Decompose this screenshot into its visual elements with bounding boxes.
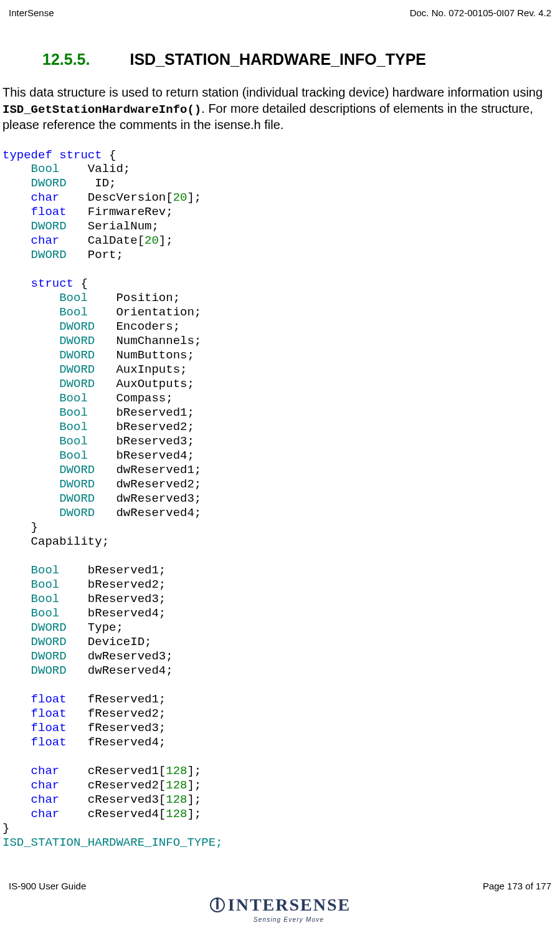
heading-title: ISD_STATION_HARDWARE_INFO_TYPE xyxy=(130,50,426,68)
intro-function-name: ISD_GetStationHardwareInfo() xyxy=(2,103,201,117)
member: DescVersion[ xyxy=(59,191,173,204)
type: Bool xyxy=(59,305,88,319)
member: ]; xyxy=(187,793,201,806)
brace: { xyxy=(102,148,116,162)
member: bReserved1; xyxy=(59,563,166,577)
member: bReserved4; xyxy=(59,606,166,620)
type: char xyxy=(31,191,60,204)
member: ]; xyxy=(187,778,201,792)
logo-text: INTERSENSE xyxy=(228,895,351,914)
num: 20 xyxy=(145,234,159,247)
type: DWORD xyxy=(31,635,67,649)
num: 20 xyxy=(173,191,187,204)
code-block: typedef struct { Bool Valid; DWORD ID; c… xyxy=(0,148,560,850)
type: Bool xyxy=(59,406,88,419)
logo: INTERSENSE Sensing Every Move xyxy=(0,895,560,923)
heading-number: 12.5.5. xyxy=(42,50,90,69)
member: AuxOutputs; xyxy=(95,377,194,391)
member: dwReserved4; xyxy=(95,506,201,520)
type: Bool xyxy=(31,563,60,577)
member: dwReserved2; xyxy=(95,477,201,491)
type: DWORD xyxy=(31,176,67,190)
type: Bool xyxy=(59,434,88,448)
type: float xyxy=(31,735,67,749)
type: DWORD xyxy=(31,621,67,634)
member: Compass; xyxy=(88,391,173,405)
member: dwReserved4; xyxy=(67,664,173,677)
header-right: Doc. No. 072-00105-0I07 Rev. 4.2 xyxy=(410,7,551,18)
member: ]; xyxy=(187,807,201,821)
member: ]; xyxy=(187,764,201,778)
svg-rect-1 xyxy=(216,901,219,909)
type: DWORD xyxy=(31,219,67,233)
member: cReserved4[ xyxy=(59,807,166,821)
member: Encoders; xyxy=(95,320,180,333)
type: DWORD xyxy=(59,363,95,376)
brace: } xyxy=(2,520,38,534)
type: Bool xyxy=(59,449,88,462)
type: DWORD xyxy=(31,664,67,677)
type: DWORD xyxy=(59,348,95,362)
header-left: InterSense xyxy=(9,7,54,18)
member: SerialNum; xyxy=(67,219,159,233)
member: bReserved3; xyxy=(88,434,194,448)
kw-struct: struct xyxy=(31,277,74,290)
type: DWORD xyxy=(59,463,95,477)
member: bReserved1; xyxy=(88,406,194,419)
type: float xyxy=(31,692,67,706)
type: char xyxy=(31,764,60,778)
member: dwReserved3; xyxy=(67,649,173,663)
type: Bool xyxy=(31,606,60,620)
member: Port; xyxy=(67,248,123,262)
type: Bool xyxy=(31,592,60,606)
intro-paragraph: This data structure is used to return st… xyxy=(0,85,560,133)
type: Bool xyxy=(31,162,60,176)
svg-point-2 xyxy=(216,898,219,901)
member: FirmwareRev; xyxy=(67,205,173,219)
member: cReserved3[ xyxy=(59,793,166,806)
footer-right: Page 173 of 177 xyxy=(483,881,551,891)
member: bReserved3; xyxy=(59,592,166,606)
num: 128 xyxy=(166,764,187,778)
num: 128 xyxy=(166,793,187,806)
logo-icon xyxy=(209,897,225,917)
member: dwReserved3; xyxy=(95,492,201,505)
kw-typedef: typedef xyxy=(2,148,52,162)
member: AuxInputs; xyxy=(95,363,187,376)
type: Bool xyxy=(59,391,88,405)
member: Position; xyxy=(88,291,180,305)
type: DWORD xyxy=(59,320,95,333)
member: Capability; xyxy=(2,535,109,548)
member: Orientation; xyxy=(88,305,201,319)
page-footer: IS-900 User Guide Page 173 of 177 INTERS… xyxy=(0,881,560,923)
member: fReserved4; xyxy=(67,735,166,749)
member: fReserved3; xyxy=(67,721,166,735)
member: CalDate[ xyxy=(59,234,145,247)
footer-left: IS-900 User Guide xyxy=(9,881,86,891)
kw-struct: struct xyxy=(59,148,102,162)
brace: } xyxy=(2,821,9,835)
type: Bool xyxy=(59,420,88,434)
type: DWORD xyxy=(59,334,95,348)
type: DWORD xyxy=(59,377,95,391)
member: ID; xyxy=(67,176,116,190)
typedef-name: ISD_STATION_HARDWARE_INFO_TYPE; xyxy=(2,836,222,849)
member: cReserved2[ xyxy=(59,778,166,792)
num: 128 xyxy=(166,807,187,821)
member: Valid; xyxy=(59,162,130,176)
type: char xyxy=(31,807,60,821)
member: NumChannels; xyxy=(95,334,201,348)
type: Bool xyxy=(31,578,60,591)
logo-tagline: Sensing Every Move xyxy=(0,916,560,923)
member: fReserved1; xyxy=(67,692,166,706)
member: dwReserved1; xyxy=(95,463,201,477)
type: DWORD xyxy=(31,649,67,663)
section-heading: 12.5.5.ISD_STATION_HARDWARE_INFO_TYPE xyxy=(0,50,560,69)
member: bReserved2; xyxy=(59,578,166,591)
brace: { xyxy=(74,277,88,290)
member: NumButtons; xyxy=(95,348,194,362)
intro-text-1: This data structure is used to return st… xyxy=(2,85,543,99)
type: char xyxy=(31,793,60,806)
member: bReserved4; xyxy=(88,449,194,462)
type: DWORD xyxy=(59,492,95,505)
